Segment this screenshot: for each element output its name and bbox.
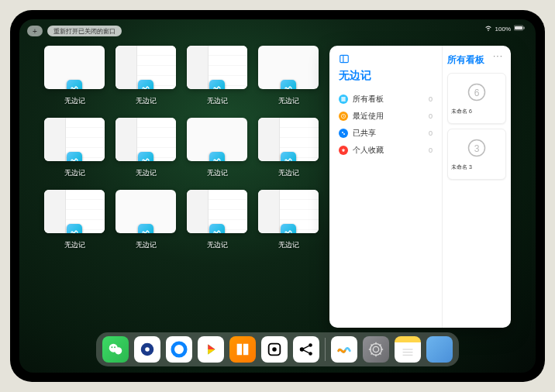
svg-point-14: [112, 346, 113, 348]
dock-app-game[interactable]: [261, 336, 288, 363]
sidebar-item-label: 所有看板: [353, 94, 384, 105]
tile-thumbnail: [44, 46, 105, 89]
sidebar-item-icon: [339, 146, 348, 155]
board-card[interactable]: 3未命名 3: [447, 129, 506, 180]
tile-thumbnail: [258, 118, 319, 161]
status-bar: 100%: [484, 24, 525, 33]
window-tile[interactable]: 无边记: [115, 190, 176, 256]
svg-line-24: [303, 346, 309, 349]
dock-app-folder[interactable]: [426, 336, 453, 363]
tile-label: 无边记: [207, 96, 228, 106]
dock-separator: [325, 338, 326, 361]
freeform-app-icon: [138, 152, 153, 161]
tile-label: 无边记: [64, 96, 85, 106]
sidebar-item-count: 0: [429, 129, 433, 137]
app-title: 无边记: [339, 69, 433, 83]
svg-point-13: [115, 347, 122, 354]
board-name: 未命名 3: [451, 163, 502, 171]
tile-thumbnail: [187, 190, 247, 233]
svg-point-21: [300, 347, 305, 352]
dock-app-wechat[interactable]: [102, 336, 129, 363]
window-tile[interactable]: 无边记: [258, 118, 319, 184]
freeform-app-icon: [281, 152, 296, 161]
window-tile[interactable]: 无边记: [187, 118, 247, 184]
sidebar-item[interactable]: 所有看板0: [339, 91, 433, 108]
board-card[interactable]: 6未命名 6: [447, 73, 506, 124]
svg-text:6: 6: [474, 88, 480, 98]
svg-point-23: [309, 352, 312, 356]
dock: [96, 332, 459, 366]
board-thumbnail: 6: [451, 77, 502, 108]
stage-manager-area: 无边记无边记无边记无边记无边记无边记无边记无边记无边记无边记无边记无边记 ···…: [44, 46, 511, 328]
dock-app-settings[interactable]: [363, 336, 389, 363]
wifi-icon: [484, 24, 492, 33]
freeform-app-icon: [281, 224, 296, 233]
sidebar-item-count: 0: [429, 112, 433, 120]
tile-label: 无边记: [278, 168, 299, 178]
dock-app-video[interactable]: [198, 336, 224, 363]
window-menu-button[interactable]: ···: [493, 50, 503, 61]
sidebar-item-label: 个人收藏: [353, 145, 384, 156]
freeform-app-icon: [67, 80, 82, 89]
freeform-app-icon: [209, 80, 225, 89]
window-tile[interactable]: 无边记: [115, 118, 176, 184]
battery-icon: [514, 25, 525, 33]
sidebar-item[interactable]: 个人收藏0: [339, 142, 433, 159]
window-tile[interactable]: 无边记: [44, 190, 105, 256]
window-tile[interactable]: 无边记: [115, 46, 176, 112]
tile-label: 无边记: [136, 168, 157, 178]
freeform-app-icon: [138, 224, 153, 233]
screen: 100% + 重新打开已关闭的窗口 无边记无边记无边记无边记无边记无边记无边记无…: [19, 19, 536, 373]
freeform-app-icon: [67, 152, 82, 161]
board-date: [451, 171, 502, 176]
dock-app-mindmap[interactable]: [293, 336, 319, 363]
dock-app-books[interactable]: [229, 336, 256, 363]
svg-point-17: [145, 347, 150, 352]
sidebar: 无边记 所有看板0最近使用0已共享0个人收藏0: [329, 46, 443, 328]
svg-point-15: [114, 346, 115, 348]
tile-thumbnail: [44, 118, 105, 161]
sidebar-item-icon: [339, 112, 348, 121]
top-controls: + 重新打开已关闭的窗口: [27, 26, 122, 36]
new-window-button[interactable]: +: [27, 26, 43, 36]
window-tiles-grid: 无边记无边记无边记无边记无边记无边记无边记无边记无边记无边记无边记无边记: [44, 46, 319, 328]
tile-label: 无边记: [278, 240, 299, 250]
window-tile[interactable]: 无边记: [44, 118, 105, 184]
sidebar-item[interactable]: 已共享0: [339, 125, 433, 142]
tile-thumbnail: [258, 190, 319, 233]
window-tile[interactable]: 无边记: [187, 190, 247, 256]
svg-rect-3: [340, 55, 349, 62]
boards-panel: 所有看板 6未命名 6 3未命名 3: [443, 46, 511, 328]
svg-point-20: [273, 348, 276, 351]
sidebar-item-count: 0: [429, 95, 433, 103]
window-tile[interactable]: 无边记: [44, 46, 105, 112]
reopen-closed-window-button[interactable]: 重新打开已关闭的窗口: [47, 26, 122, 36]
tile-thumbnail: [258, 46, 319, 89]
sidebar-item-label: 最近使用: [353, 111, 384, 122]
dock-app-notes[interactable]: [395, 336, 421, 363]
tile-label: 无边记: [136, 96, 157, 106]
svg-point-18: [173, 343, 186, 356]
freeform-main-window[interactable]: ··· 无边记 所有看板0最近使用0已共享0个人收藏0 所有看板 6未命名 6 …: [329, 46, 511, 328]
freeform-app-icon: [209, 152, 225, 161]
svg-point-27: [373, 346, 378, 352]
window-tile[interactable]: 无边记: [187, 46, 247, 112]
tile-thumbnail: [187, 118, 247, 161]
dock-app-browser-2[interactable]: [166, 336, 192, 363]
board-name: 未命名 6: [451, 108, 502, 115]
svg-point-22: [309, 343, 312, 347]
tile-thumbnail: [115, 190, 176, 233]
svg-point-6: [342, 132, 343, 133]
ipad-device: 100% + 重新打开已关闭的窗口 无边记无边记无边记无边记无边记无边记无边记无…: [10, 10, 545, 382]
window-tile[interactable]: 无边记: [258, 46, 319, 112]
dock-app-freeform[interactable]: [331, 336, 357, 363]
tile-label: 无边记: [207, 168, 228, 178]
tile-thumbnail: [44, 190, 105, 233]
battery-text: 100%: [495, 26, 511, 33]
svg-line-25: [303, 350, 309, 353]
sidebar-item[interactable]: 最近使用0: [339, 108, 433, 125]
dock-app-browser-1[interactable]: [134, 336, 160, 363]
sidebar-toggle-icon[interactable]: [339, 53, 350, 64]
board-date: [451, 115, 502, 120]
window-tile[interactable]: 无边记: [258, 190, 319, 256]
